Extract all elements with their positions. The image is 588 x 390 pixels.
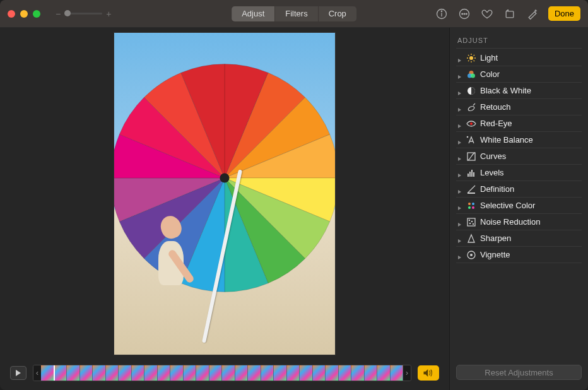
enhance-icon[interactable] [526, 7, 539, 21]
color-icon [466, 69, 476, 80]
adjustment-selective-color[interactable]: Selective Color [456, 198, 582, 214]
umbrella-graphic [114, 58, 335, 298]
zoom-track[interactable] [64, 13, 102, 15]
adjustment-sharpen[interactable]: Sharpen [456, 230, 582, 247]
toolbar-right: Done [435, 6, 580, 21]
adjustment-label: White Balance [480, 135, 533, 145]
adjustment-noise-reduction[interactable]: Noise Reduction [456, 214, 582, 230]
reset-adjustments-button[interactable]: Reset Adjustments [456, 365, 582, 380]
svg-point-8 [220, 173, 229, 182]
filmstrip-frame[interactable] [196, 365, 209, 381]
fullscreen-button[interactable] [33, 10, 40, 18]
tab-crop[interactable]: Crop [319, 6, 356, 21]
adjustment-black-white[interactable]: Black & White [456, 83, 582, 99]
svg-point-22 [467, 105, 475, 112]
filmstrip-frame[interactable] [119, 365, 132, 381]
adjustment-definition[interactable]: Definition [456, 181, 582, 198]
titlebar: − + AdjustFiltersCrop Done [0, 0, 588, 28]
video-filmstrip[interactable]: ‹ › [33, 365, 411, 381]
adjustment-retouch[interactable]: Retouch [456, 99, 582, 115]
filmstrip-frame[interactable] [326, 365, 339, 381]
adjustment-white-balance[interactable]: White Balance [456, 132, 582, 148]
editor-tabs: AdjustFiltersCrop [232, 6, 356, 21]
favorite-icon[interactable] [480, 7, 494, 21]
filmstrip-frame[interactable] [80, 365, 93, 381]
adjustment-color[interactable]: Color [456, 66, 582, 83]
filmstrip-frame[interactable] [248, 365, 261, 381]
svg-point-5 [464, 13, 465, 15]
adjustment-curves[interactable]: Curves [456, 148, 582, 165]
svg-point-6 [466, 13, 467, 15]
filmstrip-frame[interactable] [170, 365, 184, 381]
more-icon[interactable] [457, 7, 471, 21]
disclosure-icon[interactable] [457, 170, 462, 175]
filmstrip-frame[interactable] [222, 365, 235, 381]
tab-filters[interactable]: Filters [275, 6, 318, 21]
photo [114, 33, 335, 355]
adjustment-label: Red-Eye [480, 119, 512, 128]
filmstrip-frame[interactable] [377, 365, 391, 381]
info-icon[interactable] [435, 7, 449, 21]
disclosure-icon[interactable] [457, 121, 462, 126]
filmstrip-frame[interactable] [287, 365, 300, 381]
adjustment-label: Curves [480, 151, 506, 161]
svg-point-32 [468, 206, 471, 209]
filmstrip-frame[interactable] [54, 365, 68, 381]
filmstrip-frame[interactable] [209, 365, 223, 381]
disclosure-icon[interactable] [457, 252, 462, 257]
playhead[interactable] [54, 365, 55, 381]
adjustment-levels[interactable]: Levels [456, 165, 582, 181]
filmstrip-frame[interactable] [365, 365, 378, 381]
filmstrip-frame[interactable] [184, 365, 197, 381]
filmstrip-frame[interactable] [300, 365, 313, 381]
disclosure-icon[interactable] [457, 72, 462, 77]
filmstrip-frame[interactable] [339, 365, 352, 381]
disclosure-icon[interactable] [457, 105, 462, 110]
filmstrip-frame[interactable] [106, 365, 119, 381]
adjustment-light[interactable]: Light [456, 50, 582, 66]
adjustment-red-eye[interactable]: Red-Eye [456, 115, 582, 132]
disclosure-icon[interactable] [457, 236, 462, 241]
rotate-icon[interactable] [503, 7, 517, 21]
adjustment-label: Light [480, 53, 498, 62]
disclosure-icon[interactable] [457, 187, 462, 192]
disclosure-icon[interactable] [457, 88, 462, 93]
zoom-slider[interactable]: − + [56, 9, 111, 19]
trim-handle-right[interactable]: › [403, 365, 411, 381]
disclosure-icon[interactable] [457, 138, 462, 143]
audio-button[interactable] [418, 365, 439, 381]
filmstrip-frame[interactable] [93, 365, 106, 381]
svg-point-24 [467, 136, 469, 138]
filmstrip-frame[interactable] [235, 365, 249, 381]
play-button[interactable] [10, 366, 26, 380]
disclosure-icon[interactable] [457, 220, 462, 225]
filmstrip-frames[interactable] [41, 365, 403, 381]
svg-point-30 [468, 203, 471, 205]
filmstrip-frame[interactable] [158, 365, 171, 381]
zoom-thumb[interactable] [64, 10, 71, 16]
filmstrip-frame[interactable] [351, 365, 365, 381]
minimize-button[interactable] [20, 10, 28, 18]
done-button[interactable]: Done [548, 6, 580, 21]
svg-point-23 [470, 122, 473, 125]
trim-handle-left[interactable]: ‹ [33, 365, 41, 381]
filmstrip-frame[interactable] [313, 365, 326, 381]
filmstrip-frame[interactable] [41, 365, 54, 381]
filmstrip-frame[interactable] [144, 365, 158, 381]
photo-viewport[interactable] [0, 28, 449, 360]
tab-adjust[interactable]: Adjust [232, 6, 275, 21]
filmstrip-frame[interactable] [67, 365, 80, 381]
svg-point-37 [469, 223, 470, 223]
filmstrip-frame[interactable] [261, 365, 274, 381]
filmstrip-frame[interactable] [274, 365, 287, 381]
disclosure-icon[interactable] [457, 56, 462, 61]
content: ‹ › ADJUST LightColorBlack & WhiteRetouc… [0, 28, 588, 390]
close-button[interactable] [8, 10, 15, 18]
disclosure-icon[interactable] [457, 154, 462, 159]
svg-point-9 [469, 56, 473, 60]
adjustment-vignette[interactable]: Vignette [456, 247, 582, 263]
disclosure-icon[interactable] [457, 203, 462, 208]
filmstrip-frame[interactable] [391, 365, 404, 381]
adjustment-label: Levels [480, 168, 504, 177]
filmstrip-frame[interactable] [132, 365, 145, 381]
